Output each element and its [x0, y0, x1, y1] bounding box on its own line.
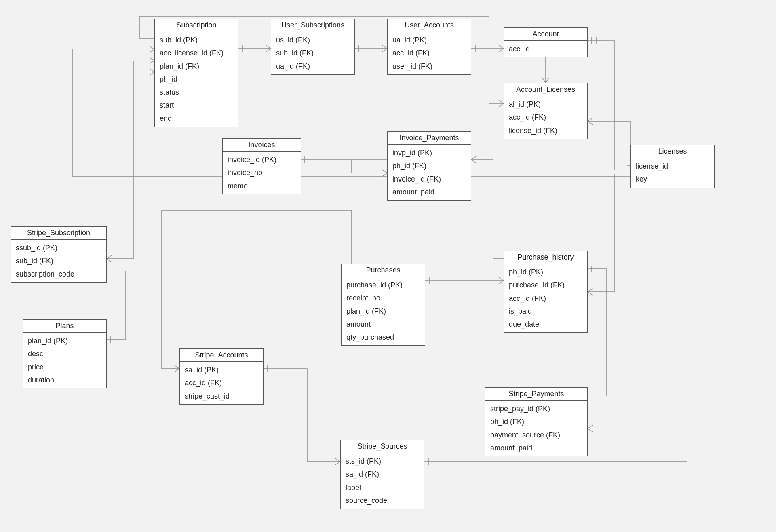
field: acc_id (FK) [504, 292, 587, 305]
field: price [23, 361, 106, 374]
entity-stripe-sources[interactable]: Stripe_Sources sts_id (PK) sa_id (FK) la… [340, 440, 424, 509]
entity-fields: plan_id (PK) desc price duration [23, 333, 106, 388]
entity-fields: al_id (PK) acc_id (FK) license_id (FK) [504, 96, 587, 139]
field: al_id (PK) [504, 98, 587, 111]
entity-plans[interactable]: Plans plan_id (PK) desc price duration [23, 319, 107, 388]
field: ph_id (PK) [504, 266, 587, 279]
field: subscription_code [11, 268, 106, 281]
field: invoice_id (FK) [388, 173, 471, 186]
entity-fields: license_id key [631, 158, 714, 188]
field: acc_id (FK) [504, 111, 587, 124]
entity-user-accounts[interactable]: User_Accounts ua_id (PK) acc_id (FK) use… [387, 19, 471, 75]
field: us_id (PK) [271, 34, 354, 46]
entity-title: Subscription [155, 19, 238, 32]
field: memo [223, 179, 301, 192]
field: label [341, 481, 424, 494]
field: acc_id [504, 42, 587, 55]
entity-title: User_Accounts [388, 19, 471, 32]
field: start [155, 99, 238, 112]
entity-fields: acc_id [504, 41, 587, 57]
entity-purchases[interactable]: Purchases purchase_id (PK) receipt_no pl… [341, 264, 425, 346]
entity-fields: invoice_id (PK) invoice_no memo [223, 152, 301, 194]
erd-canvas: Subscription sub_id (PK) acc_license_id … [0, 0, 776, 532]
field: payment_source (FK) [485, 429, 587, 441]
entity-account[interactable]: Account acc_id [504, 27, 588, 57]
entity-subscription[interactable]: Subscription sub_id (PK) acc_license_id … [154, 19, 238, 127]
field: duration [23, 374, 106, 386]
field: receipt_no [342, 291, 425, 304]
field: ua_id (FK) [271, 60, 354, 73]
entity-title: Licenses [631, 145, 714, 158]
entity-fields: sts_id (PK) sa_id (FK) label source_code [341, 453, 424, 509]
field: sub_id (FK) [11, 254, 106, 267]
entity-title: Purchases [342, 264, 425, 277]
entity-stripe-subscription[interactable]: Stripe_Subscription ssub_id (PK) sub_id … [11, 226, 107, 283]
entity-licenses[interactable]: Licenses license_id key [630, 145, 715, 188]
entity-title: Account_Licenses [504, 83, 587, 96]
field: acc_license_id (FK) [155, 46, 238, 59]
field: invp_id (PK) [388, 146, 471, 159]
entity-fields: purchase_id (PK) receipt_no plan_id (FK)… [342, 277, 425, 345]
field: is_paid [504, 305, 587, 318]
field: qty_purchased [342, 331, 425, 344]
entity-fields: sa_id (PK) acc_id (FK) stripe_cust_id [180, 362, 263, 404]
entity-fields: ssub_id (PK) sub_id (FK) subscription_co… [11, 240, 106, 282]
entity-title: Invoice_Payments [388, 132, 471, 145]
field: invoice_no [223, 166, 301, 179]
entity-title: Account [504, 28, 587, 41]
entity-invoices[interactable]: Invoices invoice_id (PK) invoice_no memo [222, 138, 301, 194]
field: user_id (FK) [388, 60, 471, 73]
entity-title: Purchase_history [504, 251, 587, 264]
field: ssub_id (PK) [11, 241, 106, 254]
field: end [155, 112, 238, 125]
entity-stripe-payments[interactable]: Stripe_Payments stripe_pay_id (PK) ph_id… [485, 387, 588, 456]
field: status [155, 86, 238, 99]
field: sub_id (PK) [155, 34, 238, 46]
entity-fields: sub_id (PK) acc_license_id (FK) plan_id … [155, 32, 238, 127]
entity-fields: ua_id (PK) acc_id (FK) user_id (FK) [388, 32, 471, 74]
entity-fields: us_id (PK) sub_id (FK) ua_id (FK) [271, 32, 354, 74]
field: purchase_id (PK) [342, 279, 425, 291]
field: stripe_pay_id (PK) [485, 402, 587, 415]
field: amount_paid [485, 441, 587, 454]
field: amount_paid [388, 186, 471, 198]
field: sts_id (PK) [341, 455, 424, 468]
field: due_date [504, 318, 587, 331]
field: key [631, 173, 714, 186]
field: amount [342, 318, 425, 331]
entity-title: User_Subscriptions [271, 19, 354, 32]
entity-invoice-payments[interactable]: Invoice_Payments invp_id (PK) ph_id (FK)… [387, 131, 471, 201]
field: license_id [631, 160, 714, 173]
entity-user-subscriptions[interactable]: User_Subscriptions us_id (PK) sub_id (FK… [271, 19, 355, 75]
entity-title: Invoices [223, 139, 301, 152]
entity-title: Stripe_Sources [341, 440, 424, 453]
field: sa_id (FK) [341, 468, 424, 481]
field: plan_id (FK) [342, 305, 425, 318]
field: sa_id (PK) [180, 363, 263, 376]
field: desc [23, 347, 106, 360]
field: license_id (FK) [504, 124, 587, 137]
field: source_code [341, 494, 424, 507]
entity-purchase-history[interactable]: Purchase_history ph_id (PK) purchase_id … [504, 251, 588, 333]
field: invoice_id (PK) [223, 153, 301, 166]
entity-fields: stripe_pay_id (PK) ph_id (FK) payment_so… [485, 401, 587, 456]
field: ph_id (FK) [388, 159, 471, 172]
entity-title: Plans [23, 320, 106, 333]
entity-title: Stripe_Subscription [11, 227, 106, 240]
entity-title: Stripe_Accounts [180, 349, 263, 362]
field: plan_id (FK) [155, 60, 238, 73]
entity-stripe-accounts[interactable]: Stripe_Accounts sa_id (PK) acc_id (FK) s… [179, 348, 264, 405]
entity-fields: invp_id (PK) ph_id (FK) invoice_id (FK) … [388, 145, 471, 200]
field: ph_id (FK) [485, 415, 587, 428]
field: sub_id (FK) [271, 46, 354, 59]
field: ua_id (PK) [388, 34, 471, 46]
field: stripe_cust_id [180, 390, 263, 403]
field: purchase_id (FK) [504, 279, 587, 291]
field: plan_id (PK) [23, 334, 106, 347]
field: acc_id (FK) [180, 376, 263, 389]
entity-title: Stripe_Payments [485, 388, 587, 401]
entity-fields: ph_id (PK) purchase_id (FK) acc_id (FK) … [504, 264, 587, 332]
field: acc_id (FK) [388, 46, 471, 59]
field: ph_id [155, 73, 238, 86]
entity-account-licenses[interactable]: Account_Licenses al_id (PK) acc_id (FK) … [504, 83, 588, 139]
